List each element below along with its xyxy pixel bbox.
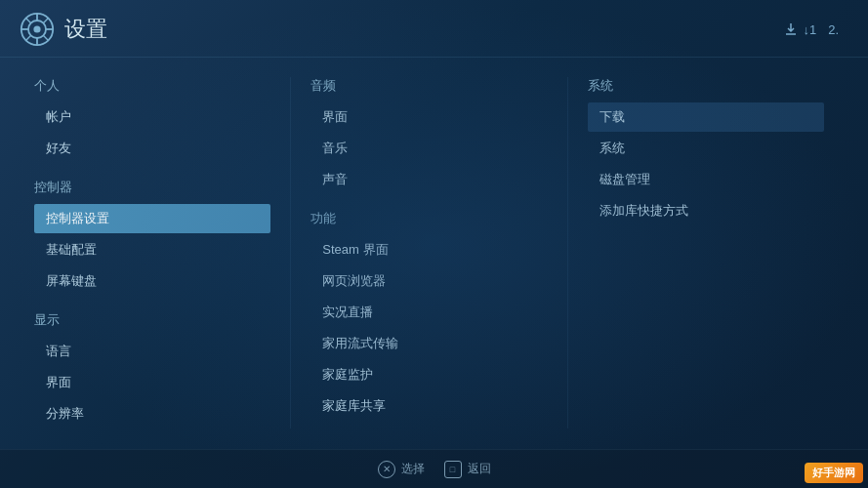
menu-disk-management[interactable]: 磁盘管理 — [588, 165, 824, 194]
menu-home-streaming[interactable]: 家用流式传输 — [310, 329, 547, 358]
steam-logo-icon — [20, 12, 55, 47]
menu-sound[interactable]: 声音 — [310, 165, 547, 194]
menu-family-sharing[interactable]: 家庭库共享 — [310, 391, 547, 421]
menu-steam-interface[interactable]: Steam 界面 — [310, 235, 547, 264]
section-personal-label: 个人 — [34, 77, 270, 95]
menu-add-library-shortcut[interactable]: 添加库快捷方式 — [588, 196, 824, 225]
svg-line-7 — [25, 18, 30, 22]
section-audio-label: 音频 — [310, 77, 547, 95]
header-num: 2. — [828, 22, 839, 37]
svg-line-8 — [43, 35, 48, 40]
download-count: ↓1 — [803, 22, 816, 37]
footer-select: ✕ 选择 — [378, 461, 425, 478]
header-left: 设置 — [20, 12, 107, 47]
header-right: ↓1 2. — [783, 21, 839, 37]
footer-select-label: 选择 — [401, 461, 425, 477]
menu-web-browser[interactable]: 网页浏览器 — [310, 266, 547, 296]
select-button-icon: ✕ — [378, 461, 395, 478]
divider-2 — [567, 77, 568, 428]
menu-download[interactable]: 下载 — [588, 102, 824, 132]
menu-language[interactable]: 语言 — [34, 337, 270, 366]
col3-system: 系统 下载 系统 磁盘管理 添加库快捷方式 — [573, 77, 839, 428]
watermark: 好手游网 — [805, 463, 863, 483]
section-display-label: 显示 — [34, 311, 270, 329]
menu-music[interactable]: 音乐 — [310, 134, 547, 163]
menu-resolution[interactable]: 分辨率 — [34, 399, 270, 428]
menu-account[interactable]: 帐户 — [34, 102, 270, 132]
divider-1 — [290, 77, 291, 428]
footer-back: □ 返回 — [444, 461, 491, 478]
col1-personal: 个人 帐户 好友 控制器 控制器设置 基础配置 屏幕键盘 显示 语言 界面 分辨… — [29, 77, 285, 428]
footer: ✕ 选择 □ 返回 — [0, 449, 868, 488]
menu-friends[interactable]: 好友 — [34, 134, 270, 163]
col2-audio: 音频 界面 音乐 声音 功能 Steam 界面 网页浏览器 实况直播 家用流式传… — [296, 77, 561, 428]
page-title: 设置 — [64, 15, 107, 44]
download-indicator: ↓1 — [783, 21, 816, 37]
main-content: 个人 帐户 好友 控制器 控制器设置 基础配置 屏幕键盘 显示 语言 界面 分辨… — [0, 58, 868, 448]
menu-audio-interface[interactable]: 界面 — [310, 102, 547, 132]
footer-back-label: 返回 — [468, 461, 491, 477]
menu-basic-config[interactable]: 基础配置 — [34, 235, 270, 264]
header: 设置 ↓1 2. — [0, 0, 868, 58]
svg-line-10 — [25, 35, 30, 40]
section-controller-label: 控制器 — [34, 179, 270, 196]
back-button-icon: □ — [444, 461, 462, 478]
menu-onscreen-keyboard[interactable]: 屏幕键盘 — [34, 266, 270, 296]
svg-point-2 — [33, 25, 40, 32]
section-features-label: 功能 — [310, 210, 547, 227]
menu-system[interactable]: 系统 — [588, 134, 824, 163]
menu-controller-settings[interactable]: 控制器设置 — [34, 204, 270, 233]
menu-family-safety[interactable]: 家庭监护 — [310, 360, 547, 389]
menu-live-stream[interactable]: 实况直播 — [310, 298, 547, 327]
section-system-label: 系统 — [588, 77, 824, 95]
svg-line-9 — [43, 18, 48, 22]
download-icon — [783, 21, 799, 37]
menu-interface[interactable]: 界面 — [34, 368, 270, 397]
